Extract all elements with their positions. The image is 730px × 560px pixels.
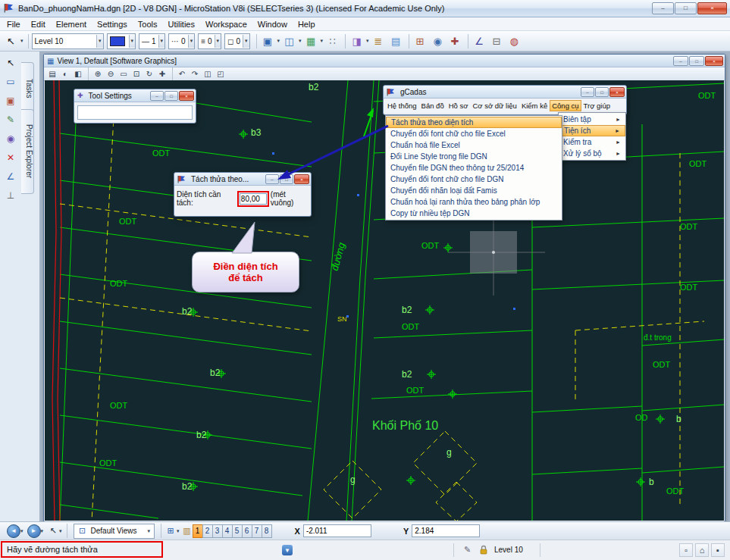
active-view-pointer-icon-dropdown[interactable]: ▾ bbox=[59, 528, 62, 534]
minimize-button[interactable]: – bbox=[265, 174, 279, 184]
active-view-pointer-icon[interactable]: ↖ bbox=[47, 525, 59, 537]
view-previous-icon[interactable]: ↶ bbox=[176, 69, 188, 80]
drawing-icon[interactable]: ✎ bbox=[3, 113, 18, 127]
zoom-out-icon[interactable]: ⊖ bbox=[105, 69, 117, 80]
view-next-button[interactable]: ► bbox=[27, 524, 41, 538]
maximize-button[interactable]: □ bbox=[595, 87, 609, 97]
close-button[interactable]: × bbox=[705, 56, 723, 66]
y-coordinate-field[interactable] bbox=[412, 524, 480, 537]
gcadas-menu-co-so-du-lieu[interactable]: Cơ sở dữ liệu bbox=[470, 100, 519, 111]
cells-icon[interactable]: ⊞ bbox=[412, 33, 428, 49]
chevron-down-icon[interactable]: ▾ bbox=[148, 528, 151, 534]
minimize-button[interactable]: – bbox=[581, 87, 594, 97]
x-coordinate-field[interactable] bbox=[303, 524, 371, 537]
maximize-button[interactable]: □ bbox=[280, 174, 293, 184]
gcadas-dropdown-xu-ly-so-bo[interactable]: Xử lý sổ bộ► bbox=[559, 148, 625, 159]
fence-icon[interactable]: ▭ bbox=[3, 75, 18, 89]
attribute-combo-2[interactable]: ≡0▾ bbox=[198, 33, 221, 49]
design-history-icon[interactable]: ◍ bbox=[506, 33, 522, 49]
view-toggle-3[interactable]: 3 bbox=[212, 524, 223, 538]
maximize-button[interactable]: □ bbox=[689, 56, 704, 66]
menu-workspace[interactable]: Workspace bbox=[200, 19, 252, 30]
menu-element[interactable]: Element bbox=[51, 19, 92, 30]
references-icon[interactable]: ◫ bbox=[281, 33, 297, 49]
active-color-combo[interactable]: ▾ bbox=[107, 33, 136, 49]
snap-mode-icon[interactable]: ✎ bbox=[464, 545, 471, 555]
tab-tasks[interactable]: Tasks bbox=[21, 62, 34, 115]
window-area-icon[interactable]: ▭ bbox=[117, 69, 130, 80]
tab-project-explorer[interactable]: Project Explorer bbox=[21, 109, 34, 194]
close-button[interactable]: × bbox=[179, 91, 194, 101]
clip-volume-icon[interactable]: ◰ bbox=[215, 69, 227, 80]
gcadas-submenu-chuyen-oi-font-chu-cho-file-dgn[interactable]: Chuyển đổi font chữ cho file DGN bbox=[386, 174, 562, 185]
gcadas-submenu-oi-line-style-trong-file-dgn[interactable]: Đổi Line Style trong file DGN bbox=[386, 151, 562, 162]
lock-icon[interactable] bbox=[479, 545, 488, 556]
models-icon[interactable]: ▣ bbox=[260, 33, 276, 49]
adjust-colors-icon[interactable]: ◧ bbox=[72, 69, 84, 80]
menu-window[interactable]: Window bbox=[252, 19, 293, 30]
active-level-combo[interactable]: Level 10 ▾ bbox=[32, 33, 104, 49]
gcadas-dropdown-kiem-tra[interactable]: Kiểm tra► bbox=[559, 136, 625, 148]
gcadas-menu-ban-o[interactable]: Bản đồ bbox=[419, 100, 446, 111]
view-toggle-5[interactable]: 5 bbox=[232, 524, 243, 538]
saved-views-icon[interactable]: ◨ bbox=[349, 33, 365, 49]
measure-icon[interactable]: ∠ bbox=[3, 170, 18, 183]
chevron-down-icon[interactable]: ▾ bbox=[129, 35, 136, 48]
minimize-button[interactable]: – bbox=[150, 91, 164, 101]
minimize-button[interactable]: – bbox=[673, 56, 688, 66]
message-center-icon[interactable]: ▼ bbox=[282, 545, 293, 555]
gcadas-submenu-chuan-hoa-lai-ranh-thua-theo-bang-phan-lop[interactable]: Chuẩn hoá lại ranh thửa theo bảng phân l… bbox=[386, 196, 562, 208]
gcadas-menu-he-thong[interactable]: Hệ thống bbox=[385, 100, 419, 111]
saved-views-icon-dropdown[interactable]: ▾ bbox=[366, 38, 369, 44]
close-button[interactable]: × bbox=[697, 2, 727, 14]
acs-icon[interactable]: ∠ bbox=[472, 33, 487, 49]
gcadas-menu-cong-cu[interactable]: Công cụ bbox=[550, 100, 581, 111]
close-button[interactable]: × bbox=[609, 87, 625, 97]
view-next-icon[interactable]: ↷ bbox=[189, 69, 201, 80]
modify-icon[interactable]: ◉ bbox=[3, 132, 18, 145]
view-toggle-7[interactable]: 7 bbox=[252, 524, 262, 538]
gcadas-submenu-chuyen-oi-nhan-loai-at-famis[interactable]: Chuyển đổi nhãn loại đất Famis bbox=[386, 185, 562, 196]
view-toggle-1[interactable]: 1 bbox=[193, 524, 203, 538]
attribute-combo-3[interactable]: ◻0▾ bbox=[224, 33, 249, 49]
menu-settings[interactable]: Settings bbox=[92, 19, 133, 30]
references-icon-dropdown[interactable]: ▾ bbox=[299, 38, 302, 44]
view-next-button-dropdown[interactable]: ▾ bbox=[41, 528, 44, 534]
gcadas-submenu-chuyen-file-dgn-theo-thong-tu-25-2014[interactable]: Chuyển file DGN theo thông tư 25/2014 bbox=[386, 162, 562, 174]
gcadas-dropdown-tien-ich[interactable]: Tiện ích► bbox=[559, 125, 625, 136]
gcadas-menu-tro-giup[interactable]: Trợ giúp bbox=[581, 100, 613, 111]
menu-tools[interactable]: Tools bbox=[133, 19, 163, 30]
models-icon-dropdown[interactable]: ▾ bbox=[277, 38, 280, 44]
element-info-icon[interactable]: ◉ bbox=[430, 33, 446, 49]
attribute-combo-0[interactable]: —1▾ bbox=[139, 33, 165, 49]
maximize-button[interactable]: □ bbox=[675, 2, 697, 14]
acs-plane-icon[interactable]: ⊥ bbox=[3, 189, 18, 202]
saved-views-combo[interactable]: ⊡ Default Views ▾ bbox=[74, 524, 155, 539]
view-group-icon[interactable]: ⊞ bbox=[164, 525, 177, 537]
view-toggle-8[interactable]: 8 bbox=[262, 524, 272, 538]
raster-manager-icon-dropdown[interactable]: ▾ bbox=[321, 38, 324, 44]
point-clouds-icon[interactable]: ∷ bbox=[324, 33, 340, 49]
attribute-combo-1[interactable]: ⋯0▾ bbox=[168, 33, 195, 49]
view-toggle-6[interactable]: 6 bbox=[242, 524, 252, 538]
area-input[interactable] bbox=[240, 193, 267, 205]
menu-utilities[interactable]: Utilities bbox=[163, 19, 200, 30]
gcadas-submenu-copy-tu-nhieu-tep-dgn[interactable]: Copy từ nhiều tệp DGN bbox=[386, 208, 562, 219]
toggle-construction-icon[interactable]: ✚ bbox=[447, 33, 463, 49]
minimize-statusbar-icon[interactable]: ▫ bbox=[679, 543, 693, 557]
menu-help[interactable]: Help bbox=[293, 19, 321, 30]
rotate-view-icon[interactable]: ↻ bbox=[143, 69, 155, 80]
element-selection-icon[interactable]: ↖ bbox=[3, 56, 18, 70]
copy-view-icon[interactable]: ◫ bbox=[202, 69, 214, 80]
element-selection-dropdown[interactable]: ▾ bbox=[20, 38, 23, 44]
gcadas-submenu-chuan-hoa-file-excel[interactable]: Chuẩn hoá file Excel bbox=[386, 139, 562, 151]
gcadas-submenu-chuyen-oi-font-chu-cho-file-excel[interactable]: Chuyển đổi font chữ cho file Excel bbox=[386, 128, 562, 139]
view-toggle-4[interactable]: 4 bbox=[222, 524, 233, 538]
active-level-status[interactable]: Level 10 bbox=[494, 546, 523, 554]
main-task-icon[interactable]: ▣ bbox=[3, 94, 18, 108]
view-toggle-2[interactable]: 2 bbox=[202, 524, 213, 538]
dialog-grid-icon[interactable]: ⊟ bbox=[489, 33, 505, 49]
view-display-mode-icon[interactable]: ◐ bbox=[59, 69, 71, 80]
minimize-button[interactable]: – bbox=[652, 2, 674, 14]
element-selection-icon[interactable]: ↖ bbox=[3, 33, 19, 49]
